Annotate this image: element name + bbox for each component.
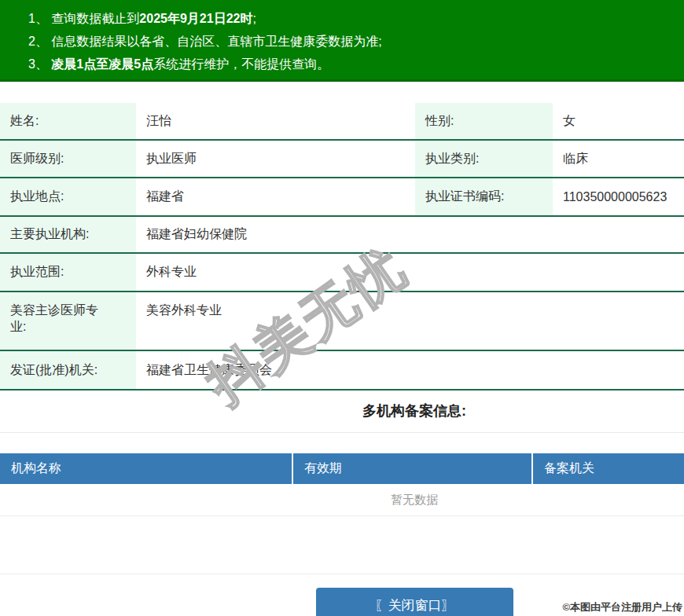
info-row-location-certno: 执业地点: 福建省 执业证书编码: 110350000005623 xyxy=(0,178,684,217)
field-value: 执业医师 xyxy=(136,141,415,177)
practitioner-info-table: 姓名: 汪怡 性别: 女 医师级别: 执业医师 执业类别: 临床 执业地点: 福… xyxy=(0,103,684,390)
info-row-scope: 执业范围: 外科专业 xyxy=(0,254,684,292)
notice-banner: 1、 查询数据截止到2025年9月21日22时; 2、 信息数据结果以各省、自治… xyxy=(0,0,684,82)
field-value: 汪怡 xyxy=(136,103,415,139)
field-value: 福建省妇幼保健院 xyxy=(136,217,684,252)
field-label: 美容主诊医师专业: xyxy=(0,292,136,350)
info-row-issuing-authority: 发证(批准)机关: 福建省卫生健康委员会 xyxy=(0,351,684,390)
divider-line xyxy=(0,432,684,433)
field-label: 医师级别: xyxy=(0,141,136,177)
image-credit: ©本图由平台注册用户上传 xyxy=(562,600,682,614)
field-value: 临床 xyxy=(553,141,684,177)
divider-line xyxy=(0,574,684,574)
notice-line-2: 2、 信息数据结果以各省、自治区、直辖市卫生健康委数据为准; xyxy=(28,30,668,53)
info-row-cosmetic-specialty: 美容主诊医师专业: 美容外科专业 xyxy=(0,292,684,351)
field-value: 福建省卫生健康委员会 xyxy=(136,351,684,389)
field-label: 主要执业机构: xyxy=(0,217,136,252)
close-window-button[interactable]: 〖关闭窗口〗 xyxy=(316,588,513,616)
field-label: 姓名: xyxy=(0,103,136,139)
field-label: 发证(批准)机关: xyxy=(0,351,136,389)
empty-data-text: 暂无数据 xyxy=(391,493,438,508)
records-empty-row: 暂无数据 xyxy=(0,484,684,516)
records-table-header: 机构名称 有效期 备案机关 xyxy=(0,453,684,484)
field-value: 女 xyxy=(553,103,684,139)
field-value: 美容外科专业 xyxy=(136,292,684,350)
info-row-main-org: 主要执业机构: 福建省妇幼保健院 xyxy=(0,217,684,254)
records-header-filing-authority: 备案机关 xyxy=(533,453,684,484)
field-label: 执业证书编码: xyxy=(415,178,553,215)
field-label: 性别: xyxy=(415,103,553,139)
info-row-name-gender: 姓名: 汪怡 性别: 女 xyxy=(0,103,684,141)
field-value: 110350000005623 xyxy=(553,178,684,215)
notice-line-3: 3、 凌晨1点至凌晨5点系统进行维护，不能提供查询。 xyxy=(28,53,668,75)
records-header-org-name: 机构名称 xyxy=(0,453,293,484)
field-label: 执业地点: xyxy=(0,178,136,215)
field-label: 执业范围: xyxy=(0,254,136,291)
records-section-title: 多机构备案信息: xyxy=(0,402,684,420)
field-value: 外科专业 xyxy=(136,254,684,291)
notice-line-1: 1、 查询数据截止到2025年9月21日22时; xyxy=(28,7,668,30)
field-value: 福建省 xyxy=(136,178,415,215)
field-label: 执业类别: xyxy=(415,141,553,177)
records-header-validity: 有效期 xyxy=(293,453,533,484)
info-row-level-category: 医师级别: 执业医师 执业类别: 临床 xyxy=(0,141,684,178)
